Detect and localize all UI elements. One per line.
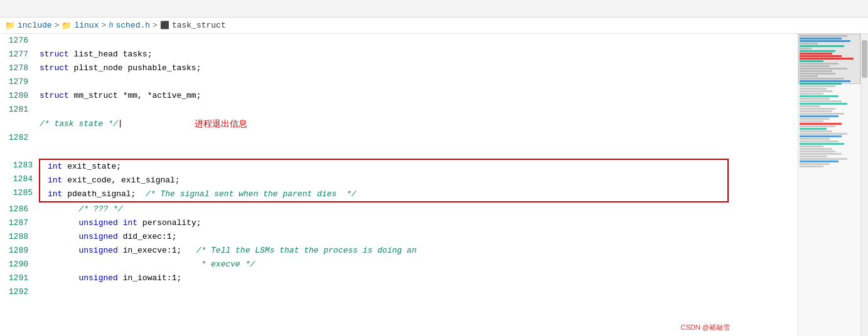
breadcrumb-include[interactable]: 📁 include (5, 21, 52, 31)
breadcrumb-linux[interactable]: 📁 linux (62, 21, 99, 31)
code-line-1288: 1288 unsigned did_exec:1; (0, 230, 798, 244)
red-highlight-box: int exit_state; int exit_code, exit_sign… (39, 159, 729, 202)
line-content-1277: struct list_head tasks; (35, 48, 798, 61)
csdn-watermark: CSDN @褚融雪 (681, 323, 730, 332)
code-line-1281: 1281 (0, 103, 798, 117)
code-container: 1276 1277 struct list_head tasks; 1278 s… (0, 34, 868, 336)
code-line-1290: 1290 * execve */ (0, 258, 798, 271)
h-file-icon: h (109, 21, 113, 30)
line-num-1292: 1292 (0, 285, 35, 299)
scrollbar[interactable] (860, 34, 868, 336)
line-content-1288: unsigned did_exec:1; (35, 230, 798, 244)
breadcrumb-sched[interactable]: h sched.h (109, 21, 150, 30)
line-content-1280: struct mm_struct *mm, *active_mm; (35, 89, 798, 103)
symbol-icon: ⬛ (160, 21, 169, 30)
line-content-1291: unsigned in_iowait:1; (35, 271, 798, 285)
line-num-1288: 1288 (0, 230, 35, 244)
line-num-1290: 1290 (0, 258, 35, 271)
line-content-1290: * execve */ (35, 258, 798, 271)
minimap (798, 34, 860, 336)
code-line-1286: 1286 /* ??? */ (0, 202, 798, 216)
code-line-1279: 1279 (0, 75, 798, 89)
minimap-viewport (798, 34, 860, 84)
code-line-1277: 1277 struct list_head tasks; (0, 48, 798, 61)
line-num-1279: 1279 (0, 75, 35, 89)
code-line-1280: 1280 struct mm_struct *mm, *active_mm; (0, 89, 798, 103)
line-num-1281: 1281 (0, 103, 35, 117)
code-area[interactable]: 1276 1277 struct list_head tasks; 1278 s… (0, 34, 798, 336)
line-num-1289: 1289 (0, 244, 35, 258)
line-num-1291: 1291 (0, 271, 35, 285)
breadcrumb-sep-2: > (101, 21, 106, 30)
breadcrumb-sep-1: > (55, 21, 60, 30)
scrollbar-thumb[interactable] (862, 40, 867, 78)
line-num-1282: 1282 (0, 131, 35, 145)
code-line-1278: 1278 struct plist_node pushable_tasks; (0, 61, 798, 75)
code-line-1289: 1289 unsigned in_execve:1; /* Tell the L… (0, 244, 798, 258)
line-content-1286: /* ??? */ (35, 202, 798, 216)
line-num-1277: 1277 (0, 48, 35, 61)
annotation-label: 进程退出信息 (195, 117, 247, 130)
code-line-1276: 1276 (0, 34, 798, 48)
line-content-1284: int exit_code, exit_signal; (40, 174, 727, 187)
highlighted-lines-wrapper: 1283 1284 1285 int exit_state; int exit_… (0, 159, 798, 202)
line-num-1286: 1286 (0, 202, 35, 216)
line-content-1287: unsigned int personality; (35, 216, 798, 230)
code-line-1291: 1291 unsigned in_iowait:1; (0, 271, 798, 285)
line-content-1282: /* task state */| 进程退出信息 (35, 117, 798, 159)
line-num-1276: 1276 (0, 34, 35, 48)
code-line-1282: 1282 /* task state */| 进程退出信息 (0, 117, 798, 159)
line-num-1283: 1283 (0, 159, 39, 172)
line-content-1289: unsigned in_execve:1; /* Tell the LSMs t… (35, 244, 798, 258)
breadcrumb: 📁 include > 📁 linux > h sched.h > ⬛ task… (0, 18, 868, 34)
line-num-1285: 1285 (0, 186, 39, 200)
code-line-1287: 1287 unsigned int personality; (0, 216, 798, 230)
folder-icon-2: 📁 (62, 21, 72, 31)
line-num-1280: 1280 (0, 89, 35, 103)
top-bar (0, 0, 868, 18)
breadcrumb-task-struct[interactable]: ⬛ task_struct (160, 21, 226, 30)
line-numbers-col: 1283 1284 1285 (0, 159, 39, 202)
code-line-1292: 1292 (0, 285, 798, 299)
highlighted-section: 1283 1284 1285 int exit_state; int exit_… (0, 159, 798, 202)
line-num-1278: 1278 (0, 61, 35, 75)
line-content-1283: int exit_state; (40, 160, 727, 174)
line-num-1287: 1287 (0, 216, 35, 230)
line-content-1285: int pdeath_signal; /* The signal sent wh… (40, 187, 727, 201)
breadcrumb-sep-3: > (153, 21, 158, 30)
line-num-1284: 1284 (0, 172, 39, 186)
folder-icon: 📁 (5, 21, 15, 31)
line-content-1278: struct plist_node pushable_tasks; (35, 61, 798, 75)
